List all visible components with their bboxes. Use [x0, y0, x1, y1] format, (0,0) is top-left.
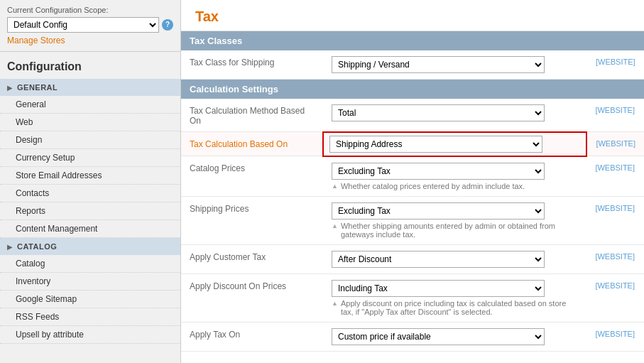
- row-label: Apply Discount On Prices: [181, 273, 323, 322]
- table-row: Catalog Prices Excluding Tax Including T…: [181, 156, 644, 197]
- table-row: Tax Class for Shipping Shipping / Versan…: [181, 50, 644, 80]
- table-row: Tax Calculation Method Based On Total Un…: [181, 99, 644, 132]
- website-badge: [WEBSITE]: [586, 196, 644, 244]
- sidebar-item-contacts[interactable]: Contacts: [0, 185, 180, 202]
- row-control: Excluding Tax Including Tax Whether cata…: [323, 156, 586, 197]
- row-label: Tax Calculation Method Based On: [181, 99, 323, 132]
- shipping-prices-select[interactable]: Excluding Tax Including Tax: [332, 202, 545, 220]
- catalog-prices-hint: Whether catalog prices entered by admin …: [332, 182, 578, 190]
- tax-calc-based-on-select[interactable]: Shipping Address Billing Address Origin: [329, 136, 542, 153]
- catalog-prices-select[interactable]: Excluding Tax Including Tax: [332, 163, 545, 180]
- row-label: Tax Class for Shipping: [181, 50, 323, 80]
- table-row-highlighted: Tax Calculation Based On Shipping Addres…: [181, 132, 644, 156]
- table-row: Shipping Prices Excluding Tax Including …: [181, 196, 644, 244]
- row-control: Custom price if available Original price…: [323, 322, 586, 351]
- tax-calc-method-select[interactable]: Total Unit Price Row Total: [332, 104, 545, 121]
- website-badge: [WEBSITE]: [586, 99, 644, 132]
- website-badge: [WEBSITE]: [586, 273, 644, 322]
- scope-section: Current Configuration Scope: Default Con…: [0, 0, 180, 52]
- sidebar-item-rss-feeds[interactable]: RSS Feeds: [0, 308, 180, 326]
- arrow-icon: ▶: [7, 84, 13, 92]
- tax-classes-header: Tax Classes: [181, 31, 644, 50]
- tax-classes-table: Tax Class for Shipping Shipping / Versan…: [181, 50, 644, 80]
- sidebar: Current Configuration Scope: Default Con…: [0, 0, 181, 363]
- row-control: Total Unit Price Row Total: [323, 99, 586, 132]
- sidebar-item-design[interactable]: Design: [0, 131, 180, 149]
- sidebar-item-web[interactable]: Web: [0, 114, 180, 131]
- section-label: CATALOG: [17, 242, 57, 251]
- general-items: General Web Design Currency Setup Store …: [0, 96, 180, 238]
- sidebar-item-store-email[interactable]: Store Email Addresses: [0, 167, 180, 185]
- sidebar-section-catalog[interactable]: ▶ CATALOG: [0, 238, 180, 255]
- website-badge: [WEBSITE]: [586, 322, 644, 351]
- apply-discount-on-prices-select[interactable]: Including Tax Excluding Tax: [332, 280, 545, 297]
- catalog-items: Catalog Inventory Google Sitemap RSS Fee…: [0, 255, 180, 344]
- table-row: Apply Discount On Prices Including Tax E…: [181, 273, 644, 322]
- tax-class-shipping-select[interactable]: Shipping / Versand None Taxable Goods: [332, 56, 545, 73]
- row-label: Apply Customer Tax: [181, 244, 323, 273]
- table-row: Apply Customer Tax After Discount Before…: [181, 244, 644, 273]
- sidebar-item-general[interactable]: General: [0, 96, 180, 114]
- main-content: Tax Tax Classes Tax Class for Shipping S…: [181, 0, 644, 363]
- apply-customer-tax-select[interactable]: After Discount Before Discount: [332, 251, 545, 268]
- website-badge: [WEBSITE]: [586, 244, 644, 273]
- apply-discount-hint: Apply discount on price including tax is…: [332, 299, 578, 316]
- calculation-settings-header: Calculation Settings: [181, 80, 644, 99]
- manage-stores-link[interactable]: Manage Stores: [7, 36, 65, 45]
- row-control: Excluding Tax Including Tax Whether ship…: [323, 196, 586, 244]
- apply-tax-on-select[interactable]: Custom price if available Original price…: [332, 328, 545, 345]
- sidebar-item-reports[interactable]: Reports: [0, 202, 180, 220]
- table-row: Apply Tax On Custom price if available O…: [181, 322, 644, 351]
- website-badge: [WEBSITE]: [587, 50, 644, 80]
- row-label-highlighted: Tax Calculation Based On: [181, 132, 323, 156]
- sidebar-item-google-sitemap[interactable]: Google Sitemap: [0, 291, 180, 308]
- sidebar-item-catalog[interactable]: Catalog: [0, 255, 180, 273]
- sidebar-item-currency-setup[interactable]: Currency Setup: [0, 149, 180, 167]
- arrow-icon: ▶: [7, 243, 13, 251]
- sidebar-item-content-management[interactable]: Content Management: [0, 220, 180, 238]
- row-control: Shipping / Versand None Taxable Goods: [323, 50, 587, 80]
- calculation-settings-table: Tax Calculation Method Based On Total Un…: [181, 99, 644, 352]
- row-label: Catalog Prices: [181, 156, 323, 197]
- section-label: GENERAL: [17, 83, 58, 92]
- scope-help-icon[interactable]: ?: [162, 19, 173, 31]
- sidebar-item-upsell[interactable]: Upsell by attribute: [0, 326, 180, 344]
- scope-select[interactable]: Default Config: [7, 17, 159, 33]
- row-label: Apply Tax On: [181, 322, 323, 351]
- shipping-prices-hint: Whether shipping amounts entered by admi…: [332, 222, 578, 239]
- sidebar-title: Configuration: [0, 52, 180, 79]
- scope-label: Current Configuration Scope:: [7, 6, 173, 14]
- sidebar-section-general[interactable]: ▶ GENERAL: [0, 79, 180, 96]
- row-label: Shipping Prices: [181, 196, 323, 244]
- page-title: Tax: [181, 0, 644, 31]
- website-badge: [WEBSITE]: [586, 132, 644, 156]
- row-control-highlighted: Shipping Address Billing Address Origin: [323, 132, 586, 156]
- row-control: After Discount Before Discount: [323, 244, 586, 273]
- website-badge: [WEBSITE]: [586, 156, 644, 197]
- row-control: Including Tax Excluding Tax Apply discou…: [323, 273, 586, 322]
- sidebar-item-inventory[interactable]: Inventory: [0, 273, 180, 291]
